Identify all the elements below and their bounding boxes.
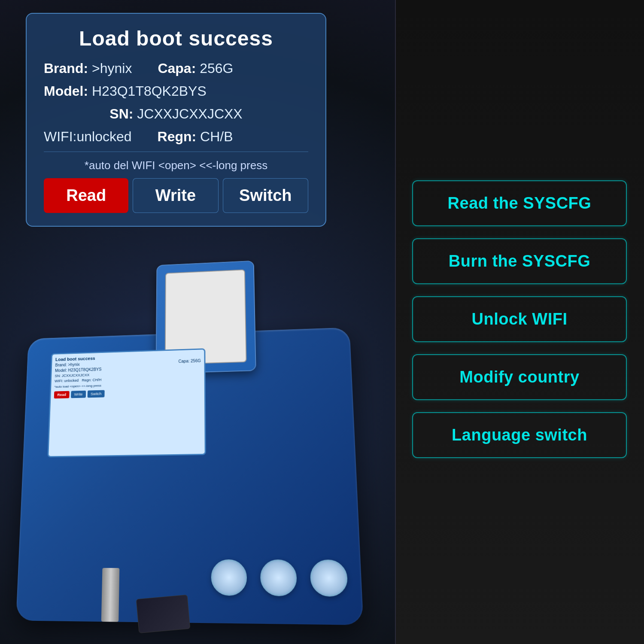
action-buttons: Read Write Switch	[44, 178, 308, 213]
capa-label: Capa:	[158, 61, 196, 76]
write-button[interactable]: Write	[133, 178, 218, 213]
divider	[44, 152, 308, 152]
device-screen: Load boot success Brand: >hynix Capa: 25…	[47, 348, 206, 457]
card-title: Load boot success	[44, 27, 308, 50]
sn-label: SN:	[109, 106, 133, 122]
panel-button-language-switch[interactable]: Language switch	[412, 412, 627, 458]
screen-content: Load boot success Brand: >hynix Capa: 25…	[51, 349, 204, 401]
regn-label: Regn:	[158, 129, 197, 144]
usb-cable	[101, 568, 120, 622]
model-value: H23Q1T8QK2BYS	[92, 83, 207, 99]
switch-button[interactable]: Switch	[223, 178, 308, 213]
sn-value: JCXXJCXXJCXX	[137, 106, 242, 122]
brand-label: Brand:	[44, 61, 88, 76]
chip-card	[136, 595, 191, 633]
model-label: Model:	[44, 83, 88, 99]
info-card: Load boot success Brand: >hynix Capa: 25…	[26, 13, 326, 227]
brand-value: >hynix	[92, 61, 132, 76]
panel-button-burn-syscfg[interactable]: Burn the SYSCFG	[412, 238, 627, 284]
auto-del-text: *auto del WIFI <open> <<-long press	[44, 159, 308, 172]
panel-button-read-syscfg[interactable]: Read the SYSCFG	[412, 180, 627, 226]
circle-btn-1[interactable]	[211, 559, 247, 596]
screen-regn: Regn: CH/H	[82, 377, 101, 383]
wifi-regn-row: WIFI:unlocked Regn: CH/B	[44, 129, 308, 145]
circle-btn-2[interactable]	[260, 559, 298, 596]
device-circle-buttons	[211, 559, 348, 597]
model-row: Model: H23Q1T8QK2BYS	[44, 83, 308, 99]
screen-buttons: Read Write Switch	[54, 387, 201, 398]
panel-button-unlock-wifi[interactable]: Unlock WIFI	[412, 296, 627, 342]
brand-row: Brand: >hynix Capa: 256G	[44, 61, 308, 76]
screen-write-btn: Write	[71, 390, 86, 398]
read-button[interactable]: Read	[44, 178, 128, 213]
sn-row: SN: JCXXJCXXJCXX	[44, 106, 308, 122]
capa-value: 256G	[200, 61, 233, 76]
screen-read-btn: Read	[54, 391, 70, 398]
buttons-panel: Read the SYSCFGBurn the SYSCFGUnlock WIF…	[404, 172, 635, 467]
panel-button-modify-country[interactable]: Modify country	[412, 354, 627, 400]
screen-switch-btn: Switch	[87, 390, 105, 398]
screen-capa: Capa: 256G	[179, 358, 201, 365]
regn-value: CH/B	[200, 129, 233, 144]
circle-btn-3[interactable]	[310, 559, 348, 596]
wifi-status: WIFI:unlocked	[44, 129, 132, 145]
screen-wifi: WIFI: unlocked	[55, 378, 79, 383]
device-body: Load boot success Brand: >hynix Capa: 25…	[16, 327, 364, 625]
